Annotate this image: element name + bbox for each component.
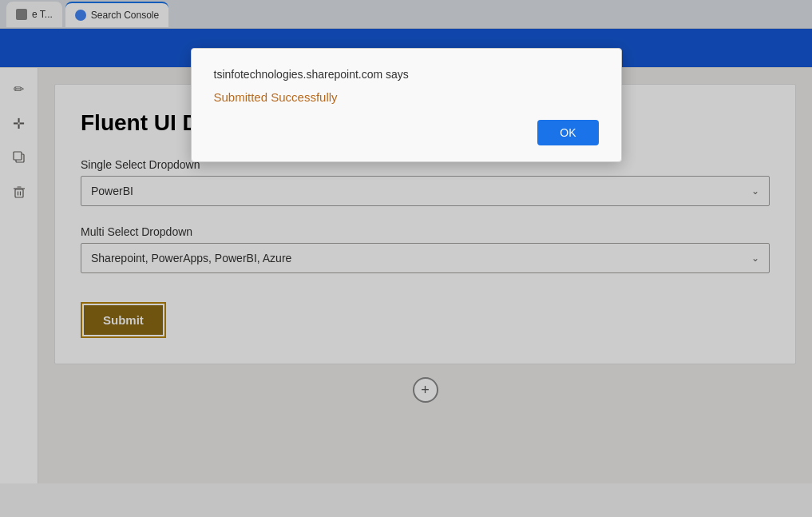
dialog-overlay: tsinfotechnologies.sharepoint.com says S… bbox=[0, 0, 812, 483]
dialog-box: tsinfotechnologies.sharepoint.com says S… bbox=[191, 48, 622, 162]
dialog-origin: tsinfotechnologies.sharepoint.com says bbox=[214, 68, 599, 81]
dialog-footer: OK bbox=[214, 120, 599, 145]
dialog-ok-button[interactable]: OK bbox=[537, 120, 598, 145]
dialog-message: Submitted Successfully bbox=[214, 90, 599, 104]
